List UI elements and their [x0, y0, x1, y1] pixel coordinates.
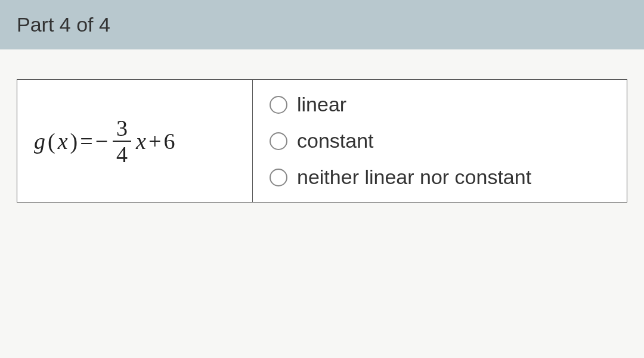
variable-x: x [58, 128, 68, 154]
fraction: 3 4 [113, 117, 131, 166]
equation: g ( x ) = − 3 4 x + 6 [34, 117, 175, 166]
radio-icon [270, 96, 287, 114]
option-neither[interactable]: neither linear nor constant [270, 166, 610, 189]
radio-icon [270, 132, 287, 150]
option-label: neither linear nor constant [297, 166, 531, 189]
option-constant[interactable]: constant [270, 129, 610, 152]
content-area: g ( x ) = − 3 4 x + 6 linear [0, 49, 644, 214]
option-label: linear [297, 93, 346, 116]
variable-x-2: x [136, 128, 146, 154]
negative-sign: − [95, 128, 108, 154]
fraction-numerator: 3 [113, 117, 131, 141]
part-header: Part 4 of 4 [0, 0, 644, 49]
func-name: g [34, 128, 45, 154]
plus-sign: + [148, 128, 161, 154]
left-paren: ( [48, 128, 55, 154]
option-label: constant [297, 129, 374, 152]
equals-sign: = [80, 128, 92, 154]
constant-6: 6 [163, 128, 175, 154]
question-table: g ( x ) = − 3 4 x + 6 linear [17, 79, 627, 203]
options-cell: linear constant neither linear nor const… [253, 80, 627, 202]
equation-cell: g ( x ) = − 3 4 x + 6 [17, 80, 253, 202]
fraction-denominator: 4 [113, 141, 131, 166]
part-title: Part 4 of 4 [17, 13, 110, 36]
right-paren: ) [70, 128, 78, 154]
option-linear[interactable]: linear [270, 93, 610, 116]
radio-icon [270, 169, 287, 186]
